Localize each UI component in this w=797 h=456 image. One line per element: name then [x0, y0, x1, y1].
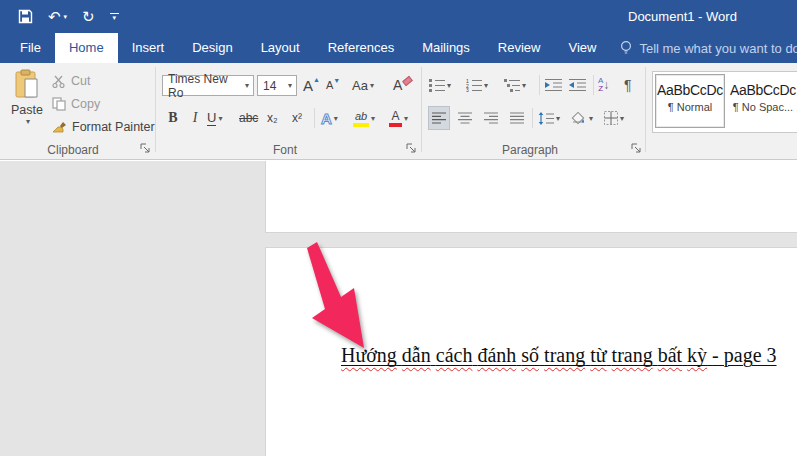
sort-button[interactable]: A Z ↓	[598, 74, 609, 96]
title-bar: ↶ ▾ ↻ ▾ Document1 - Word	[0, 0, 797, 33]
style-normal[interactable]: AaBbCcDc ¶ Normal	[655, 74, 725, 128]
font-family-dropdown-icon[interactable]: ▾	[245, 81, 249, 90]
align-center-button[interactable]	[455, 107, 475, 129]
superscript-button[interactable]: x²	[292, 107, 302, 129]
tab-layout[interactable]: Layout	[247, 33, 314, 63]
text-effects-button[interactable]: A ▾	[321, 107, 338, 129]
grow-font-button[interactable]: A▲	[303, 74, 320, 96]
doc-word: bất	[658, 344, 682, 366]
doc-word: cách	[436, 344, 473, 366]
tab-view[interactable]: View	[554, 33, 610, 63]
tab-home[interactable]: Home	[55, 33, 118, 63]
tell-me-label: Tell me what you want to do	[639, 41, 797, 56]
underline-dropdown-icon[interactable]: ▾	[218, 114, 222, 123]
paragraph-dialog-launcher-icon[interactable]	[631, 143, 642, 154]
doc-word: trang	[612, 344, 653, 366]
line-spacing-button[interactable]: ▾	[538, 107, 560, 129]
redo-button[interactable]: ↻	[82, 9, 95, 24]
shrink-font-button[interactable]: A▼	[326, 74, 340, 96]
paste-dropdown-icon[interactable]: ▾	[26, 117, 30, 126]
tab-review[interactable]: Review	[484, 33, 555, 63]
undo-button[interactable]: ↶ ▾	[48, 9, 67, 24]
bold-button[interactable]: B	[164, 107, 182, 129]
paragraph-group-label: Paragraph	[465, 143, 595, 157]
decrease-indent-icon	[545, 78, 562, 92]
undo-icon: ↶	[48, 9, 61, 24]
copy-label: Copy	[71, 97, 100, 111]
document-canvas: Hướng dẫn cách đánh số trang từ trang bấ…	[0, 161, 797, 456]
highlight-swatch	[353, 123, 369, 127]
copy-button[interactable]: Copy	[52, 94, 100, 114]
bullets-button[interactable]: ▾	[429, 74, 451, 96]
multilevel-list-button[interactable]: ▾	[504, 74, 526, 96]
font-size-dropdown-icon[interactable]: ▾	[288, 81, 292, 90]
subscript-button[interactable]: x₂	[267, 107, 278, 129]
decrease-indent-button[interactable]	[545, 74, 562, 96]
tell-me-box[interactable]: Tell me what you want to do	[620, 33, 797, 63]
ribbon-tab-row: File Home Insert Design Layout Reference…	[0, 33, 797, 63]
borders-button[interactable]: ▾	[604, 107, 624, 129]
strikethrough-button[interactable]: abc	[239, 107, 258, 129]
multilevel-list-icon	[504, 78, 520, 92]
doc-word: dẫn	[402, 344, 431, 366]
clear-formatting-button[interactable]: A	[393, 74, 412, 96]
doc-word: kỳ	[687, 344, 707, 366]
font-family-combobox[interactable]: Times New Ro ▾	[162, 75, 254, 96]
paste-label: Paste	[11, 103, 43, 117]
format-painter-label: Format Painter	[72, 120, 155, 134]
doc-word: Hướng	[341, 344, 397, 366]
doc-word: đánh	[477, 344, 516, 366]
clipboard-dialog-launcher-icon[interactable]	[140, 143, 151, 154]
customize-qat-button[interactable]: ▾	[110, 13, 119, 20]
quick-access-toolbar: ↶ ▾ ↻ ▾	[18, 0, 119, 33]
undo-dropdown-icon[interactable]: ▾	[64, 13, 68, 20]
styles-gallery: AaBbCcDc ¶ Normal AaBbCcDc ¶ No Spac...	[652, 71, 797, 133]
highlight-color-button[interactable]: ab ▾	[353, 107, 375, 129]
tab-references[interactable]: References	[314, 33, 408, 63]
tab-mailings[interactable]: Mailings	[408, 33, 484, 63]
shading-button[interactable]: ▾	[570, 107, 593, 129]
italic-button[interactable]: I	[188, 107, 202, 129]
clipboard-group-label: Clipboard	[18, 143, 128, 157]
doc-word: số	[521, 344, 539, 366]
document-page-1[interactable]	[265, 161, 797, 233]
word-window: ↶ ▾ ↻ ▾ Document1 - Word File Home Inser…	[0, 0, 797, 456]
doc-word: - page 3	[712, 344, 776, 366]
increase-indent-icon	[569, 78, 586, 92]
window-title: Document1 - Word	[628, 0, 737, 33]
format-painter-button[interactable]: Format Painter	[52, 117, 155, 137]
eraser-icon	[402, 76, 413, 86]
font-size-combobox[interactable]: 14 ▾	[257, 75, 297, 96]
text-effects-icon: A	[321, 110, 332, 127]
cut-button[interactable]: Cut	[52, 71, 90, 91]
font-size-value: 14	[263, 79, 276, 93]
tab-design[interactable]: Design	[178, 33, 246, 63]
increase-indent-button[interactable]	[569, 74, 586, 96]
sort-arrow-icon: ↓	[603, 78, 609, 92]
tab-insert[interactable]: Insert	[118, 33, 179, 63]
svg-text:3: 3	[466, 87, 469, 92]
show-hide-pilcrow-button[interactable]: ¶	[624, 74, 632, 96]
doc-word: trang	[544, 344, 585, 366]
redo-icon: ↻	[82, 9, 95, 24]
align-left-icon	[432, 112, 446, 124]
save-icon[interactable]	[18, 9, 33, 24]
font-color-button[interactable]: A ▾	[389, 107, 408, 129]
font-dialog-launcher-icon[interactable]	[406, 143, 417, 154]
align-right-button[interactable]	[481, 107, 501, 129]
align-left-button[interactable]	[429, 107, 449, 129]
justify-button[interactable]	[507, 107, 527, 129]
numbering-button[interactable]: 123 ▾	[466, 74, 488, 96]
paint-bucket-icon	[570, 111, 587, 125]
change-case-button[interactable]: Aa ▾	[352, 74, 374, 96]
ribbon-home: Paste ▾ Cut Copy Format Painter Clipboar…	[0, 63, 797, 160]
style-no-spacing[interactable]: AaBbCcDc ¶ No Spac...	[728, 74, 797, 128]
line-spacing-icon	[538, 112, 554, 125]
font-color-swatch	[389, 123, 402, 127]
underline-button[interactable]: U ▾	[207, 107, 222, 129]
tab-file[interactable]: File	[6, 33, 55, 63]
cut-label: Cut	[71, 74, 90, 88]
paste-button[interactable]: Paste ▾	[6, 69, 48, 143]
format-painter-icon	[52, 120, 67, 134]
bullets-icon	[429, 78, 445, 92]
